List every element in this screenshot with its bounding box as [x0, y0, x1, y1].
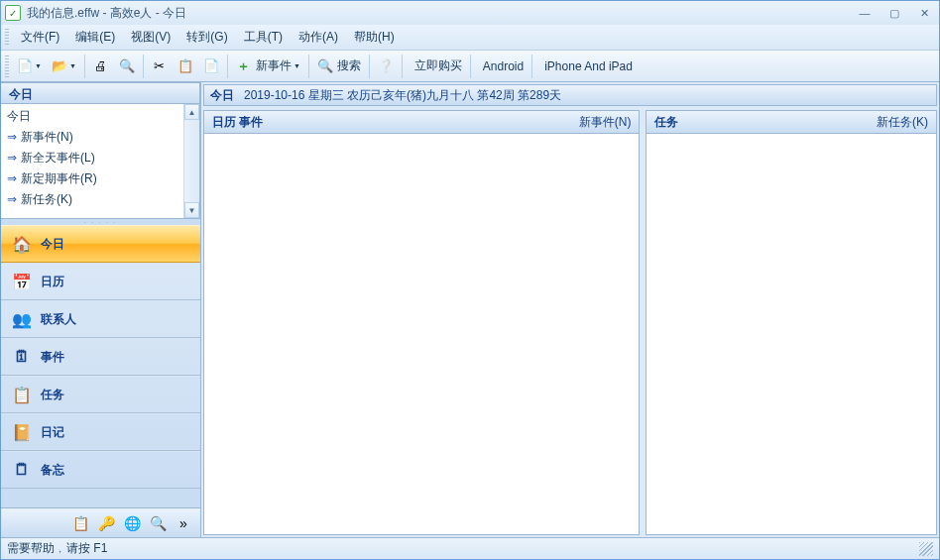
nav-contacts[interactable]: 👥联系人	[1, 300, 200, 338]
scroll-track[interactable]	[184, 120, 199, 202]
separator	[369, 55, 370, 78]
expand-tool-icon[interactable]: »	[175, 514, 192, 532]
nav-label: 备忘	[41, 462, 64, 479]
plus-icon: ＋	[236, 58, 252, 74]
menu-file[interactable]: 文件(F)	[13, 25, 67, 50]
menu-actions[interactable]: 动作(A)	[291, 25, 346, 50]
contacts-icon: 👥	[11, 308, 33, 330]
events-icon: 🗓	[11, 346, 33, 368]
menu-help[interactable]: 帮助(H)	[346, 25, 403, 50]
app-window: ✓ 我的信息.effw - 高效e人 - 今日 — ▢ ✕ 文件(F) 编辑(E…	[0, 0, 940, 560]
search-label: 搜索	[337, 57, 361, 74]
tree-item-label: 新事件(N)	[21, 130, 73, 144]
print-icon: 🖨	[93, 58, 109, 74]
key-tool-icon[interactable]: 🔑	[97, 514, 115, 532]
tree-new-event[interactable]: ⇒新事件(N)	[1, 127, 183, 148]
calendar-panel-header: 日历 事件 新事件(N)	[203, 110, 640, 134]
separator	[84, 55, 85, 78]
nav-diary[interactable]: 📔日记	[1, 413, 200, 451]
scroll-up-button[interactable]: ▲	[184, 104, 199, 120]
separator	[531, 55, 532, 78]
new-doc-icon: 📄	[17, 58, 33, 74]
nav-list: 🏠今日 📅日历 👥联系人 🗓事件 📋任务 📔日记 🗒备忘	[1, 225, 200, 507]
clipboard-tool-icon[interactable]: 📋	[71, 514, 89, 532]
cut-icon: ✂	[152, 58, 168, 74]
date-bar: 今日 2019-10-16 星期三 农历己亥年(猪)九月十八 第42周 第289…	[203, 84, 937, 106]
separator	[402, 55, 403, 78]
panel-title: 任务	[654, 114, 678, 131]
nav-notes[interactable]: 🗒备忘	[1, 451, 200, 489]
main-pane: 今日 2019-10-16 星期三 农历己亥年(猪)九月十八 第42周 第289…	[201, 82, 939, 537]
nav-label: 事件	[41, 349, 64, 366]
nav-label: 今日	[41, 236, 64, 253]
separator	[227, 55, 228, 78]
tree-new-task[interactable]: ⇒新任务(K)	[1, 189, 183, 210]
nav-events[interactable]: 🗓事件	[1, 338, 200, 376]
resize-grip[interactable]	[919, 542, 933, 556]
minimize-button[interactable]: —	[854, 5, 876, 21]
tree-container: 今日 ⇒新事件(N) ⇒新全天事件(L) ⇒新定期事件(R) ⇒新任务(K) ▲…	[1, 104, 200, 219]
open-button[interactable]: 📂▼	[48, 55, 80, 78]
buy-now-button[interactable]: 立即购买	[407, 55, 466, 78]
maximize-button[interactable]: ▢	[883, 5, 905, 21]
close-button[interactable]: ✕	[913, 5, 935, 21]
notes-icon: 🗒	[11, 459, 33, 481]
nav-calendar[interactable]: 📅日历	[1, 263, 200, 300]
sidebar: 今日 今日 ⇒新事件(N) ⇒新全天事件(L) ⇒新定期事件(R) ⇒新任务(K…	[1, 82, 201, 537]
nav-label: 日记	[41, 424, 64, 441]
nav-label: 联系人	[41, 311, 76, 328]
window-title: 我的信息.effw - 高效e人 - 今日	[27, 5, 854, 22]
buy-now-label: 立即购买	[414, 57, 462, 74]
date-text: 2019-10-16 星期三 农历己亥年(猪)九月十八 第42周 第289天	[244, 87, 561, 104]
iphone-button[interactable]: iPhone And iPad	[536, 55, 637, 78]
scroll-down-button[interactable]: ▼	[184, 202, 199, 218]
new-event-link[interactable]: 新事件(N)	[579, 114, 632, 131]
tree-item-label: 新全天事件(L)	[21, 151, 95, 165]
menu-tools[interactable]: 工具(T)	[236, 25, 291, 50]
tree: 今日 ⇒新事件(N) ⇒新全天事件(L) ⇒新定期事件(R) ⇒新任务(K)	[1, 104, 183, 218]
tree-new-recurring[interactable]: ⇒新定期事件(R)	[1, 168, 183, 189]
menu-edit[interactable]: 编辑(E)	[67, 25, 123, 50]
new-event-button[interactable]: ＋新事件▼	[232, 55, 304, 78]
nav-tasks[interactable]: 📋任务	[1, 376, 200, 413]
panels: 日历 事件 新事件(N) 任务 新任务(K)	[203, 110, 937, 535]
arrow-icon: ⇒	[7, 151, 17, 165]
nav-today[interactable]: 🏠今日	[1, 225, 200, 263]
content-area: 今日 今日 ⇒新事件(N) ⇒新全天事件(L) ⇒新定期事件(R) ⇒新任务(K…	[1, 82, 939, 537]
new-task-link[interactable]: 新任务(K)	[877, 114, 928, 131]
arrow-icon: ⇒	[7, 130, 17, 144]
cut-button[interactable]: ✂	[148, 55, 172, 78]
vertical-scrollbar[interactable]: ▲ ▼	[183, 104, 199, 218]
separator	[470, 55, 471, 78]
search-button[interactable]: 🔍搜索	[313, 55, 365, 78]
paste-button[interactable]: 📄	[199, 55, 223, 78]
tasks-panel: 任务 新任务(K)	[646, 110, 937, 535]
search-tool-icon[interactable]: 🔍	[149, 514, 167, 532]
toolbar-grip[interactable]	[5, 56, 9, 77]
copy-button[interactable]: 📋	[174, 55, 197, 78]
today-label: 今日	[210, 87, 234, 104]
menubar-grip[interactable]	[5, 29, 9, 47]
tasks-icon: 📋	[11, 384, 33, 405]
titlebar: ✓ 我的信息.effw - 高效e人 - 今日 — ▢ ✕	[1, 1, 939, 25]
print-button[interactable]: 🖨	[89, 55, 113, 78]
android-button[interactable]: Android	[475, 55, 528, 78]
dropdown-icon: ▼	[69, 62, 76, 69]
diary-icon: 📔	[11, 421, 33, 443]
globe-tool-icon[interactable]: 🌐	[123, 514, 141, 532]
tree-new-allday[interactable]: ⇒新全天事件(L)	[1, 148, 183, 168]
app-icon: ✓	[5, 5, 21, 21]
iphone-label: iPhone And iPad	[544, 59, 633, 73]
tree-item-label: 新定期事件(R)	[21, 171, 97, 185]
sidebar-toolbar: 📋 🔑 🌐 🔍 »	[1, 507, 200, 537]
menu-view[interactable]: 视图(V)	[123, 25, 178, 50]
print-preview-button[interactable]: 🔍	[115, 55, 139, 78]
tree-root[interactable]: 今日	[1, 106, 183, 127]
preview-icon: 🔍	[119, 58, 135, 74]
new-button[interactable]: 📄▼	[13, 55, 46, 78]
separator	[143, 55, 144, 78]
calendar-icon: 📅	[11, 271, 33, 292]
panel-title: 日历 事件	[212, 114, 263, 131]
help-button[interactable]: ❔	[374, 55, 398, 78]
menu-goto[interactable]: 转到(G)	[178, 25, 235, 50]
